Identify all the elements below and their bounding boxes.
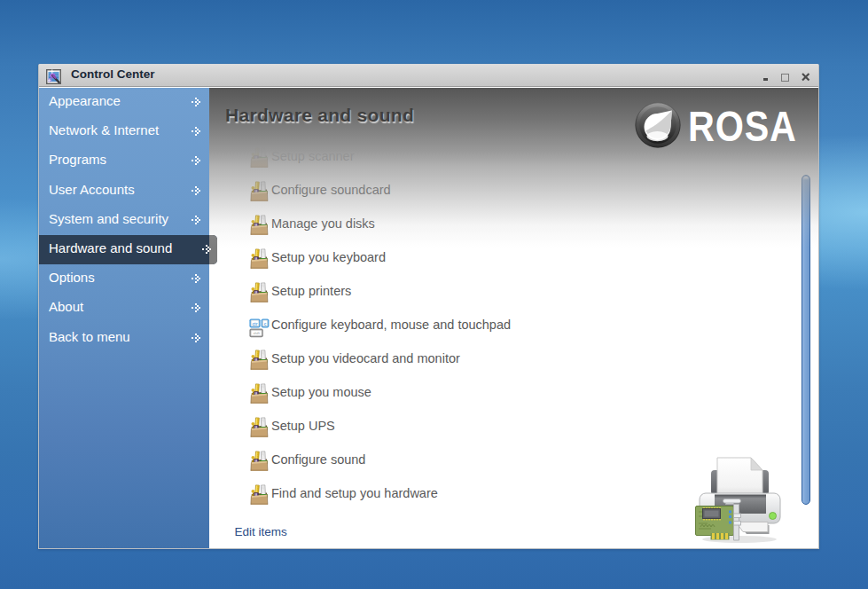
svg-text:shift: shift [253, 331, 260, 335]
svg-text:ctr: ctr [253, 322, 258, 326]
svg-text:c: c [264, 322, 267, 326]
